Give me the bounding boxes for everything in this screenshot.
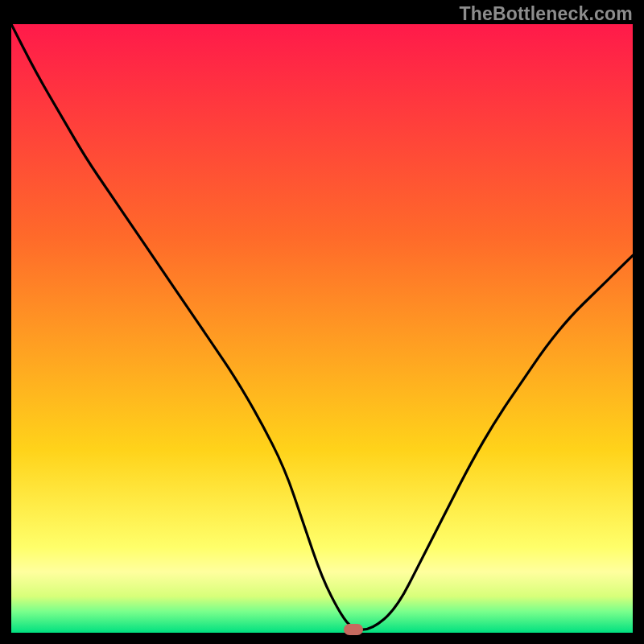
watermark-text: TheBottleneck.com (459, 3, 633, 25)
optimum-marker (344, 624, 363, 635)
gradient-background (11, 24, 633, 633)
chart-frame (11, 24, 633, 633)
bottleneck-plot (11, 24, 633, 633)
